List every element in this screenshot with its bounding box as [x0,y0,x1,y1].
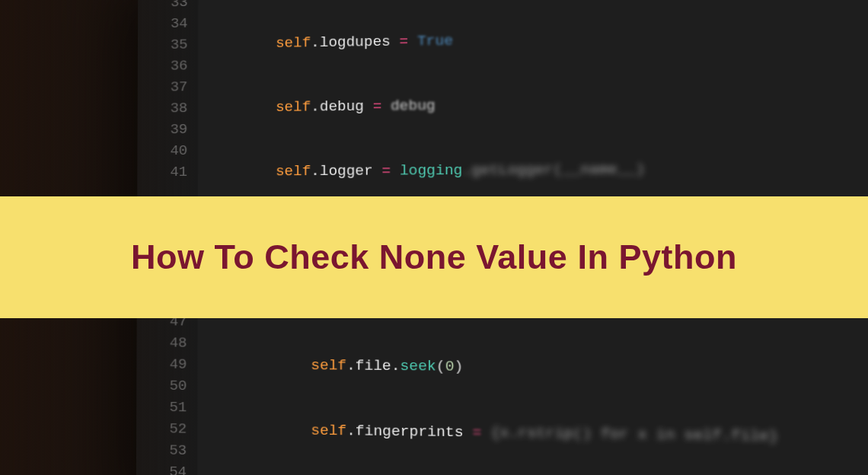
line-number: 38 [138,97,199,120]
line-number: 52 [136,418,197,440]
line-number: 35 [138,33,199,56]
line-number: 54 [136,461,197,475]
line-number: 41 [137,161,198,183]
line-number: 34 [138,13,199,35]
line-number: 37 [138,76,199,98]
line-number: 49 [136,353,197,375]
code-line: self.logdupes = True [206,25,774,55]
line-number: 51 [136,397,197,419]
code-line: self.fingerprints = {x.rstrip() for x in… [205,419,778,448]
line-number: 48 [137,332,198,354]
line-number: 53 [136,439,197,461]
line-number: 36 [138,55,199,77]
code-line: self.file.seek(0) [206,354,778,381]
line-number: 33 [138,0,199,14]
title-banner: How To Check None Value In Python [0,196,868,318]
line-number: 40 [137,140,198,161]
code-line: self.logger = logging.getLogger(__name__… [206,158,775,183]
line-number: 39 [138,119,199,141]
line-number: 50 [136,375,197,397]
code-line: self.debug = debug [206,91,774,119]
banner-title-text: How To Check None Value In Python [131,238,737,277]
